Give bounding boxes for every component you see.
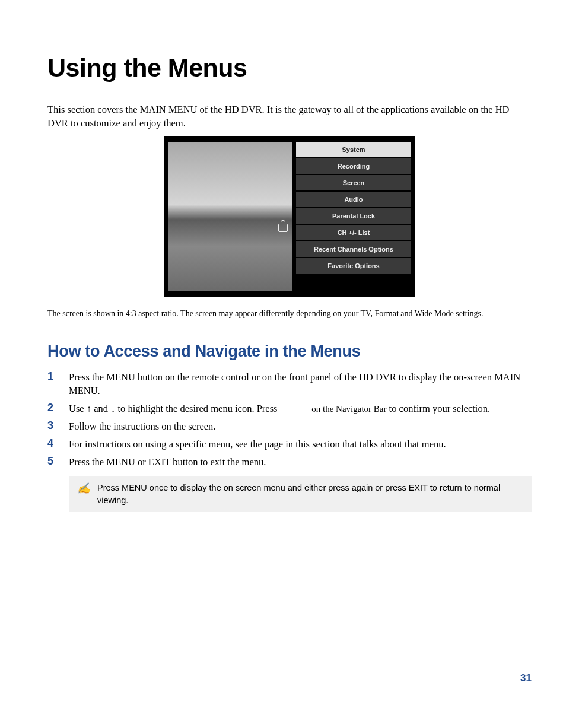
tv-screenshot: System Recording Screen Audio Parental L… [164, 136, 415, 297]
page-title: Using the Menus [47, 53, 532, 82]
lock-icon [278, 224, 288, 232]
step-number: 1 [47, 370, 69, 383]
intro-paragraph: This section covers the MAIN MENU of the… [47, 103, 532, 130]
menu-item-parental-lock: Parental Lock [296, 208, 411, 224]
menu-item-audio: Audio [296, 192, 411, 207]
step-text: Press the MENU button on the remote cont… [69, 370, 532, 398]
step-number: 3 [47, 419, 69, 432]
note-text: Press MENU once to display the on screen… [97, 482, 524, 506]
step-text: For instructions on using a specific men… [69, 437, 532, 451]
step-number: 4 [47, 437, 69, 450]
menu-item-screen: Screen [296, 175, 411, 190]
arrow-up-icon: ↑ [87, 403, 91, 414]
step-3: 3 Follow the instructions on the screen. [47, 419, 532, 433]
step-text-fragment: to highlight the desired menu icon. Pres… [115, 403, 279, 414]
step-text: Follow the instructions on the screen. [69, 419, 532, 433]
menu-list: System Recording Screen Audio Parental L… [296, 142, 411, 291]
menu-item-recent-channels: Recent Channels Options [296, 241, 411, 257]
step-4: 4 For instructions on using a specific m… [47, 437, 532, 451]
menu-item-favorite-options: Favorite Options [296, 258, 411, 274]
section-heading: How to Access and Navigate in the Menus [47, 342, 532, 361]
step-number: 5 [47, 455, 69, 468]
note-icon: ✍ [77, 482, 90, 495]
step-text-fragment: and [91, 403, 110, 414]
note-box: ✍ Press MENU once to display the on scre… [69, 476, 532, 512]
tv-preview-image [168, 142, 292, 291]
step-text-fragment: Use [69, 403, 87, 414]
screenshot-figure: System Recording Screen Audio Parental L… [47, 136, 532, 297]
step-text-fragment: to confirm your selection. [386, 403, 490, 414]
menu-item-recording: Recording [296, 158, 411, 174]
step-text-fragment: on the Navigator Bar [311, 404, 386, 414]
steps-list: 1 Press the MENU button on the remote co… [47, 370, 532, 469]
menu-item-system: System [296, 142, 411, 157]
step-text: Use ↑ and ↓ to highlight the desired men… [69, 402, 532, 415]
step-number: 2 [47, 402, 69, 414]
page-number: 31 [47, 672, 532, 684]
step-2: 2 Use ↑ and ↓ to highlight the desired m… [47, 402, 532, 415]
step-1: 1 Press the MENU button on the remote co… [47, 370, 532, 398]
menu-item-ch-list: CH +/- List [296, 225, 411, 240]
figure-caption: The screen is shown in 4:3 aspect ratio.… [47, 308, 532, 320]
step-text: Press the MENU or EXIT button to exit th… [69, 455, 532, 469]
step-5: 5 Press the MENU or EXIT button to exit … [47, 455, 532, 469]
